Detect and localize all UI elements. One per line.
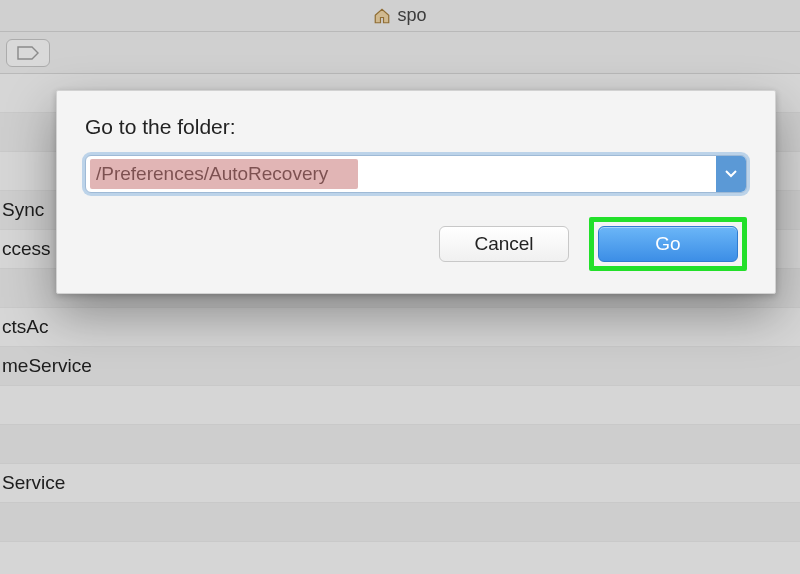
dialog-button-row: Cancel Go xyxy=(85,217,747,271)
cancel-button[interactable]: Cancel xyxy=(439,226,569,262)
go-button-highlight: Go xyxy=(589,217,747,271)
go-button-label: Go xyxy=(655,233,680,255)
dialog-title: Go to the folder: xyxy=(85,115,747,139)
history-dropdown-button[interactable] xyxy=(716,156,746,192)
path-input-container xyxy=(85,155,747,193)
path-input[interactable] xyxy=(86,156,716,192)
go-to-folder-dialog: Go to the folder: Cancel Go xyxy=(56,90,776,294)
go-button[interactable]: Go xyxy=(598,226,738,262)
cancel-button-label: Cancel xyxy=(474,233,533,255)
